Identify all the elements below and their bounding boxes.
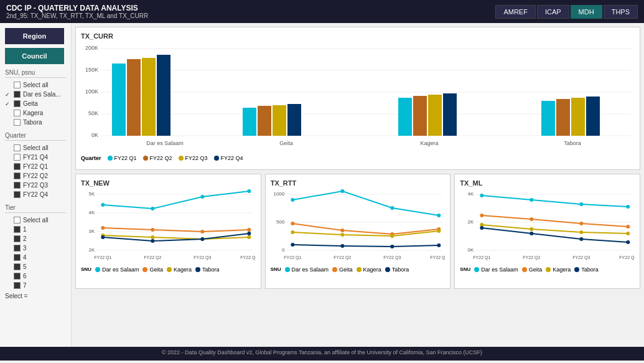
svg-point-79 [437, 243, 441, 247]
svg-point-68 [291, 222, 294, 225]
svg-text:Kagera: Kagera [420, 140, 438, 146]
snu-kagera-item[interactable]: Kagera [5, 108, 66, 118]
tier-6-label: 6 [23, 273, 27, 280]
svg-text:FY22 Q1: FY22 Q1 [94, 255, 111, 260]
svg-point-93 [627, 205, 630, 209]
tx-rtt-snu-label: SNU [271, 266, 281, 273]
tier-5[interactable]: 5 [5, 262, 66, 271]
tx-new-legend-kagera: Kagera [167, 266, 192, 273]
q-fy22q1-checkbox [14, 163, 21, 170]
svg-text:4K: 4K [89, 210, 95, 215]
snu-tabora-item[interactable]: Tabora [5, 118, 66, 127]
svg-text:2K: 2K [468, 219, 474, 225]
tx-curr-chart: TX_CURR 200K 150K 100K 50K 0K [75, 27, 640, 170]
svg-rect-16 [258, 106, 271, 136]
legend-quarter-label: Quarter [81, 155, 101, 161]
tx-ml-legend-geita: Geita [522, 266, 543, 273]
snu-kagera-checkbox [14, 110, 21, 116]
svg-point-78 [390, 245, 394, 248]
tx-rtt-legend-kagera: Kagera [357, 266, 381, 273]
svg-point-73 [340, 233, 344, 237]
tier-4-checkbox [14, 254, 21, 261]
svg-point-52 [200, 237, 204, 241]
quarter-fy22q1[interactable]: FY22 Q1 [5, 162, 66, 171]
tier-4[interactable]: 4 [5, 253, 66, 262]
tier-1-checkbox [14, 226, 21, 233]
quarter-fy21q4[interactable]: FY21 Q4 [5, 153, 66, 162]
snu-geita-item[interactable]: ✓ Geita [5, 99, 66, 108]
snu-section-label: SNU, psnu [5, 69, 66, 78]
snu-tabora-label: Tabora [23, 119, 42, 126]
tier-select-all-label: Select all [23, 217, 49, 224]
svg-point-95 [530, 217, 534, 221]
quarter-fy22q2[interactable]: FY22 Q2 [5, 171, 66, 181]
svg-point-41 [247, 189, 251, 193]
svg-point-104 [580, 237, 584, 241]
council-button[interactable]: Council [5, 48, 64, 64]
tx-new-title: TX_NEW [81, 179, 256, 187]
svg-rect-26 [556, 99, 570, 136]
svg-text:FY22 Q4: FY22 Q4 [620, 255, 635, 260]
svg-rect-13 [157, 55, 170, 136]
svg-text:2K: 2K [89, 247, 95, 253]
svg-point-66 [390, 206, 394, 210]
tx-ml-chart: TX_ML 4K 2K 0K [454, 174, 640, 289]
quarter-section-label: Quarter [5, 132, 66, 141]
svg-text:500: 500 [276, 219, 285, 225]
svg-point-75 [437, 229, 441, 233]
q-fy21q4-label: FY21 Q4 [23, 154, 48, 161]
svg-point-39 [151, 207, 154, 210]
tier-select-all[interactable]: Select all [5, 215, 66, 225]
q-fy22q4-checkmark [5, 192, 11, 198]
snu-geita-label: Geita [23, 100, 38, 107]
svg-point-43 [151, 228, 154, 232]
q-fy22q4-checkbox [14, 191, 21, 198]
snu-select-all-label: Select all [23, 82, 49, 88]
tx-rtt-legend: SNU Dar es Salaam Geita Kagera Tabora [271, 266, 446, 273]
main-title: CDC IP - QUATERLY DATA ANALYSIS [6, 4, 148, 12]
snu-dar-label: Dar es Sala... [23, 91, 61, 98]
tier-1[interactable]: 1 [5, 225, 66, 234]
svg-rect-22 [428, 95, 442, 136]
snu-dar-item[interactable]: ✓ Dar es Sala... [5, 90, 66, 99]
tx-ml-title: TX_ML [460, 179, 635, 187]
tier-2-label: 2 [23, 235, 27, 242]
tx-ml-legend-tabora: Tabora [574, 266, 599, 273]
tx-new-chart: TX_NEW 5K 4K 3K 2K [75, 174, 261, 289]
tier-2[interactable]: 2 [5, 234, 66, 243]
tier-2-checkbox [14, 235, 21, 242]
quarter-select-all[interactable]: Select all [5, 143, 66, 153]
q-fy22q3-label: FY22 Q3 [23, 182, 48, 189]
svg-point-49 [247, 235, 251, 239]
svg-text:1000: 1000 [273, 191, 284, 197]
tx-rtt-legend-tabora: Tabora [385, 266, 409, 273]
svg-point-90 [480, 194, 484, 197]
legend-fy22q2: FY22 Q2 [143, 155, 172, 161]
svg-point-99 [530, 227, 534, 231]
snu-select-all[interactable]: Select all [5, 80, 66, 90]
quarter-fy22q3[interactable]: FY22 Q3 [5, 181, 66, 190]
tier-1-label: 1 [23, 226, 27, 233]
svg-point-64 [291, 198, 294, 202]
tier-6[interactable]: 6 [5, 271, 66, 281]
tier-4-label: 4 [23, 254, 27, 261]
svg-point-76 [291, 243, 294, 247]
footer-text: © 2022 - Data Quality Dashboard v2, Glob… [162, 349, 482, 356]
snu-geita-checkmark: ✓ [5, 101, 11, 107]
tier-7[interactable]: 7 [5, 281, 66, 290]
tier-3[interactable]: 3 [5, 243, 66, 253]
quarter-fy22q4[interactable]: FY22 Q4 [5, 190, 66, 199]
tab-icap[interactable]: ICAP [537, 5, 569, 19]
region-button[interactable]: Region [5, 28, 64, 44]
q-fy21q4-checkmark [5, 154, 11, 161]
tab-amref[interactable]: AMREF [495, 5, 536, 19]
tab-mdh[interactable]: MDH [571, 5, 602, 19]
svg-text:3K: 3K [89, 229, 95, 234]
snu-kagera-checkmark [5, 110, 11, 116]
main-content: TX_CURR 200K 150K 100K 50K 0K [72, 23, 644, 347]
tier-7-checkbox [14, 282, 21, 289]
svg-text:FY22 Q3: FY22 Q3 [383, 255, 401, 260]
tab-thps[interactable]: THPS [604, 5, 638, 19]
tier-section-label: Tier [5, 204, 66, 213]
select-label: Select = [5, 293, 66, 299]
